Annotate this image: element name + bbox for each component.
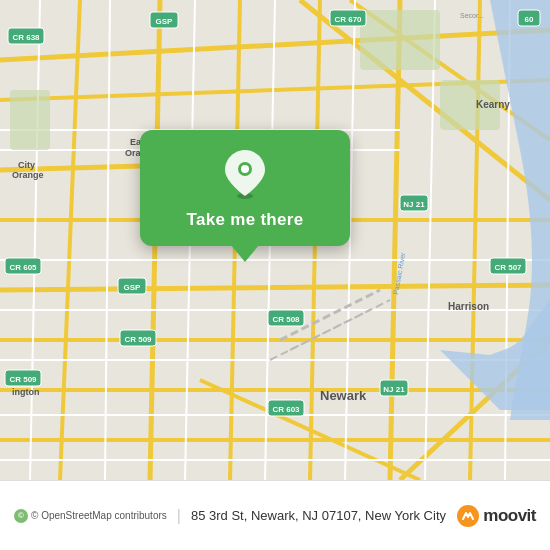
moovit-logo: moovit (457, 505, 536, 527)
svg-text:Kearny: Kearny (476, 99, 510, 110)
svg-text:60: 60 (525, 15, 534, 24)
osm-label: © OpenStreetMap contributors (31, 510, 167, 521)
svg-text:Newark: Newark (320, 388, 367, 403)
svg-text:ington: ington (12, 387, 40, 397)
take-me-there-button[interactable]: Take me there (187, 210, 304, 230)
card-overlay[interactable]: Take me there (140, 130, 350, 246)
moovit-text: moovit (483, 506, 536, 526)
separator: | (177, 507, 181, 525)
location-pin-icon (223, 148, 267, 200)
osm-logo-circle: © (14, 509, 28, 523)
svg-text:Orange: Orange (12, 170, 44, 180)
svg-rect-33 (360, 10, 440, 70)
svg-text:CR 509: CR 509 (124, 335, 152, 344)
svg-text:City: City (18, 160, 35, 170)
svg-text:GSP: GSP (124, 283, 142, 292)
svg-text:Secor...: Secor... (460, 12, 484, 19)
bottom-bar: © © OpenStreetMap contributors | 85 3rd … (0, 480, 550, 550)
svg-text:Harrison: Harrison (448, 301, 489, 312)
svg-text:GSP: GSP (156, 17, 174, 26)
svg-text:CR 670: CR 670 (334, 15, 362, 24)
svg-text:CR 509: CR 509 (9, 375, 37, 384)
svg-point-77 (241, 165, 249, 173)
svg-text:CR 638: CR 638 (12, 33, 40, 42)
svg-text:CR 605: CR 605 (9, 263, 37, 272)
svg-text:CR 507: CR 507 (494, 263, 522, 272)
svg-text:NJ 21: NJ 21 (383, 385, 405, 394)
svg-text:CR 603: CR 603 (272, 405, 300, 414)
map-container: CR 638 GSP CR 670 60 City Orange Eas. Or… (0, 0, 550, 480)
svg-text:NJ 21: NJ 21 (403, 200, 425, 209)
svg-text:CR 508: CR 508 (272, 315, 300, 324)
address-text: 85 3rd St, Newark, NJ 07107, New York Ci… (191, 508, 447, 523)
openstreetmap-attribution: © © OpenStreetMap contributors (14, 509, 167, 523)
svg-rect-34 (10, 90, 50, 150)
moovit-icon (457, 505, 479, 527)
